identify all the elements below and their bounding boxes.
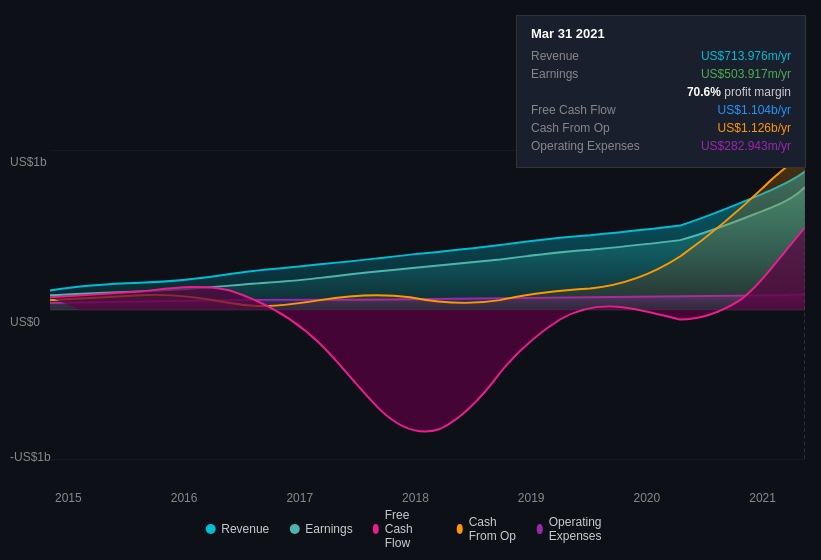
x-label-2020: 2020	[634, 491, 661, 505]
tooltip-opex-row: Operating Expenses US$282.943m/yr	[531, 139, 791, 153]
legend-opex-label: Operating Expenses	[549, 515, 616, 543]
x-axis: 2015 2016 2017 2018 2019 2020 2021	[0, 491, 821, 505]
tooltip-earnings-label: Earnings	[531, 67, 651, 81]
tooltip-fcf-row: Free Cash Flow US$1.104b/yr	[531, 103, 791, 117]
x-label-2016: 2016	[171, 491, 198, 505]
tooltip-profit-margin: 70.6% profit margin	[531, 85, 791, 99]
legend-opex[interactable]: Operating Expenses	[537, 515, 616, 543]
tooltip-opex-value: US$282.943m/yr	[651, 139, 791, 153]
tooltip-fcf-value: US$1.104b/yr	[651, 103, 791, 117]
legend-earnings[interactable]: Earnings	[289, 522, 352, 536]
tooltip-earnings-value: US$503.917m/yr	[651, 67, 791, 81]
legend-fcf[interactable]: Free Cash Flow	[373, 508, 437, 550]
x-label-2019: 2019	[518, 491, 545, 505]
chart-legend: Revenue Earnings Free Cash Flow Cash Fro…	[205, 508, 616, 550]
earnings-dot	[289, 524, 299, 534]
tooltip-cashop-row: Cash From Op US$1.126b/yr	[531, 121, 791, 135]
tooltip-cashop-label: Cash From Op	[531, 121, 651, 135]
tooltip-cashop-value: US$1.126b/yr	[651, 121, 791, 135]
tooltip-revenue-value: US$713.976m/yr	[651, 49, 791, 63]
x-label-2018: 2018	[402, 491, 429, 505]
revenue-dot	[205, 524, 215, 534]
tooltip-revenue-label: Revenue	[531, 49, 651, 63]
legend-cash-op-label: Cash From Op	[469, 515, 517, 543]
legend-revenue[interactable]: Revenue	[205, 522, 269, 536]
cash-op-dot	[457, 524, 463, 534]
tooltip-opex-label: Operating Expenses	[531, 139, 651, 153]
fcf-dot	[373, 524, 379, 534]
tooltip-revenue-row: Revenue US$713.976m/yr	[531, 49, 791, 63]
legend-fcf-label: Free Cash Flow	[385, 508, 437, 550]
x-label-2015: 2015	[55, 491, 82, 505]
tooltip-date: Mar 31 2021	[531, 26, 791, 41]
opex-dot	[537, 524, 543, 534]
chart-svg	[50, 150, 805, 460]
legend-revenue-label: Revenue	[221, 522, 269, 536]
tooltip-earnings-row: Earnings US$503.917m/yr	[531, 67, 791, 81]
tooltip-fcf-label: Free Cash Flow	[531, 103, 651, 117]
x-label-2017: 2017	[286, 491, 313, 505]
x-label-2021: 2021	[749, 491, 776, 505]
y-label-bottom: -US$1b	[10, 450, 51, 464]
y-label-middle: US$0	[10, 315, 40, 329]
y-label-top: US$1b	[10, 155, 47, 169]
tooltip-box: Mar 31 2021 Revenue US$713.976m/yr Earni…	[516, 15, 806, 168]
legend-earnings-label: Earnings	[305, 522, 352, 536]
legend-cash-op[interactable]: Cash From Op	[457, 515, 517, 543]
chart-area: Mar 31 2021 Revenue US$713.976m/yr Earni…	[0, 0, 821, 560]
